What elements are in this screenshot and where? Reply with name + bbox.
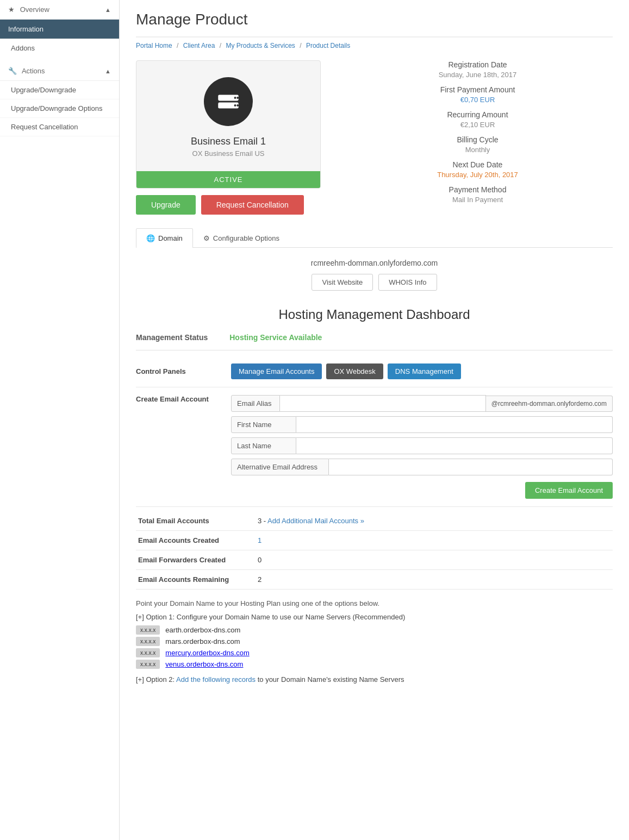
dns-host-2[interactable]: mercury.orderbox-dns.com: [165, 649, 249, 657]
tab-configurable-options-label: Configurable Options: [213, 234, 279, 242]
control-panels-row: Control Panels Manage Email Accounts OX …: [136, 356, 613, 387]
management-status-row: Management Status Hosting Service Availa…: [136, 333, 613, 342]
dns-point-text: Point your Domain Name to your Hosting P…: [136, 599, 613, 607]
breadcrumb-portal[interactable]: Portal Home: [136, 42, 172, 49]
chevron-up-icon: ▲: [105, 7, 111, 13]
cancel-button[interactable]: Request Cancellation: [201, 195, 304, 215]
dns-management-button[interactable]: DNS Management: [388, 363, 461, 379]
created-label: Email Accounts Created: [136, 531, 256, 550]
dns-servers-list: x.x.x.x earth.orderbox-dns.com x.x.x.x m…: [136, 625, 613, 669]
tab-domain[interactable]: 🌐 Domain: [136, 228, 193, 248]
last-name-input[interactable]: [296, 437, 613, 454]
first-payment-label: First Payment Amount: [342, 85, 613, 94]
dashboard-title: Hosting Management Dashboard: [136, 307, 613, 322]
forwarders-label: Email Forwarders Created: [136, 550, 256, 570]
option1-label: [+] Option 1:: [136, 613, 175, 621]
sidebar-addons[interactable]: Addons: [0, 39, 119, 57]
upgrade-button[interactable]: Upgrade: [136, 195, 196, 215]
create-email-row: Create Email Account Email Alias @rcmree…: [136, 387, 613, 507]
billing-cycle-value: Monthly: [342, 146, 613, 154]
next-due-label: Next Due Date: [342, 160, 613, 169]
management-status-label: Management Status: [136, 333, 208, 342]
star-icon: ★: [8, 5, 15, 14]
breadcrumb-client[interactable]: Client Area: [183, 42, 215, 49]
create-email-label: Create Email Account: [136, 395, 223, 403]
reg-date-label: Registration Date: [342, 60, 613, 69]
first-name-input[interactable]: [296, 416, 613, 433]
control-panel-buttons: Manage Email Accounts OX Webdesk DNS Man…: [231, 363, 461, 379]
sidebar-item-upgrade-downgrade[interactable]: Upgrade/Downgrade: [0, 81, 119, 99]
sidebar-item-request-cancellation[interactable]: Request Cancellation: [0, 118, 119, 136]
svg-point-5: [236, 104, 239, 106]
dns-info: Point your Domain Name to your Hosting P…: [136, 599, 613, 684]
option1-text: Configure your Domain Name to use our Na…: [177, 613, 406, 621]
chevron-up-icon-actions: ▲: [105, 68, 111, 74]
product-icon-circle: [204, 77, 253, 126]
manage-email-accounts-button[interactable]: Manage Email Accounts: [231, 363, 322, 379]
product-status-bar: ACTIVE: [136, 171, 320, 188]
remaining-label: Email Accounts Remaining: [136, 570, 256, 590]
product-actions: Upgrade Request Cancellation: [136, 195, 321, 215]
total-accounts-label: Total Email Accounts: [136, 511, 256, 531]
option2-link[interactable]: Add the following records: [176, 675, 256, 684]
sidebar-actions-header[interactable]: 🔧 Actions ▲: [0, 61, 119, 81]
sidebar-overview[interactable]: ★ Overview ▲: [0, 0, 119, 20]
email-alias-field-row: Email Alias @rcmreehm-domman.onlyfordemo…: [231, 395, 613, 412]
sidebar-information-label: Information: [8, 25, 43, 33]
alt-email-field-row: Alternative Email Address: [231, 459, 613, 475]
option2-label: [+] Option 2:: [136, 675, 175, 684]
sidebar-addons-label: Addons: [11, 44, 35, 52]
total-accounts-value: 3 - Add Additional Mail Accounts »: [256, 511, 613, 531]
sidebar-information[interactable]: Information: [0, 20, 119, 39]
domain-url: rcmreehm-domman.onlyfordemo.com: [136, 259, 613, 267]
email-alias-input[interactable]: [280, 395, 486, 412]
sidebar-item-upgrade-downgrade-label: Upgrade/Downgrade: [11, 86, 76, 94]
sidebar: ★ Overview ▲ Information Addons 🔧 Action…: [0, 0, 120, 840]
product-top-area: Business Email 1 OX Business Email US AC…: [136, 60, 613, 215]
dns-host-3[interactable]: venus.orderbox-dns.com: [165, 660, 243, 668]
alt-email-input[interactable]: [329, 459, 613, 475]
sidebar-item-upgrade-downgrade-options-label: Upgrade/Downgrade Options: [11, 104, 102, 112]
email-alias-prefix: Email Alias: [231, 395, 280, 412]
dashboard-divider: [136, 350, 613, 350]
next-due-value: Thursday, July 20th, 2017: [342, 171, 613, 179]
remaining-value: 2: [256, 570, 613, 590]
payment-method-value: Mail In Payment: [342, 196, 613, 204]
sidebar-item-upgrade-downgrade-options[interactable]: Upgrade/Downgrade Options: [0, 99, 119, 118]
add-additional-link[interactable]: Add Additional Mail Accounts »: [267, 517, 364, 525]
dns-ip-1: x.x.x.x: [136, 637, 160, 646]
visit-website-button[interactable]: Visit Website: [312, 274, 373, 291]
ox-webdesk-button[interactable]: OX Webdesk: [326, 363, 383, 379]
dns-server-row-2: x.x.x.x mercury.orderbox-dns.com: [136, 648, 613, 657]
dns-server-row-1: x.x.x.x mars.orderbox-dns.com: [136, 637, 613, 646]
tabs: 🌐 Domain ⚙ Configurable Options: [136, 228, 613, 248]
breadcrumb-sep2: /: [220, 42, 221, 49]
breadcrumb-sep1: /: [177, 42, 178, 49]
first-name-prefix: First Name: [231, 416, 296, 433]
create-email-button[interactable]: Create Email Account: [525, 482, 613, 499]
breadcrumb-my-products[interactable]: My Products & Services: [226, 42, 295, 49]
total-accounts-row: Total Email Accounts 3 - Add Additional …: [136, 511, 613, 531]
stats-table: Total Email Accounts 3 - Add Additional …: [136, 511, 613, 590]
whois-info-button[interactable]: WHOIS Info: [378, 274, 437, 291]
first-payment-value: €0,70 EUR: [342, 96, 613, 104]
product-card-inner: Business Email 1 OX Business Email US AC…: [136, 60, 321, 189]
product-card-body: Business Email 1 OX Business Email US: [136, 61, 320, 171]
dns-server-row-0: x.x.x.x earth.orderbox-dns.com: [136, 625, 613, 635]
last-name-field-row: Last Name: [231, 437, 613, 454]
recurring-label: Recurring Amount: [342, 110, 613, 119]
dns-host-0: earth.orderbox-dns.com: [165, 626, 240, 634]
domain-buttons: Visit Website WHOIS Info: [136, 274, 613, 291]
created-value-link[interactable]: 1: [258, 536, 261, 544]
svg-point-3: [236, 97, 239, 99]
breadcrumb-sep3: /: [300, 42, 301, 49]
payment-method-label: Payment Method: [342, 185, 613, 194]
tab-configurable-options[interactable]: ⚙ Configurable Options: [193, 228, 290, 248]
svg-point-2: [234, 97, 236, 99]
recurring-value: €2,10 EUR: [342, 121, 613, 129]
breadcrumb-current: Product Details: [306, 42, 350, 49]
sidebar-item-request-cancellation-label: Request Cancellation: [11, 123, 78, 131]
dns-ip-3: x.x.x.x: [136, 660, 160, 669]
forwarders-value: 0: [256, 550, 613, 570]
dns-ip-0: x.x.x.x: [136, 625, 160, 635]
